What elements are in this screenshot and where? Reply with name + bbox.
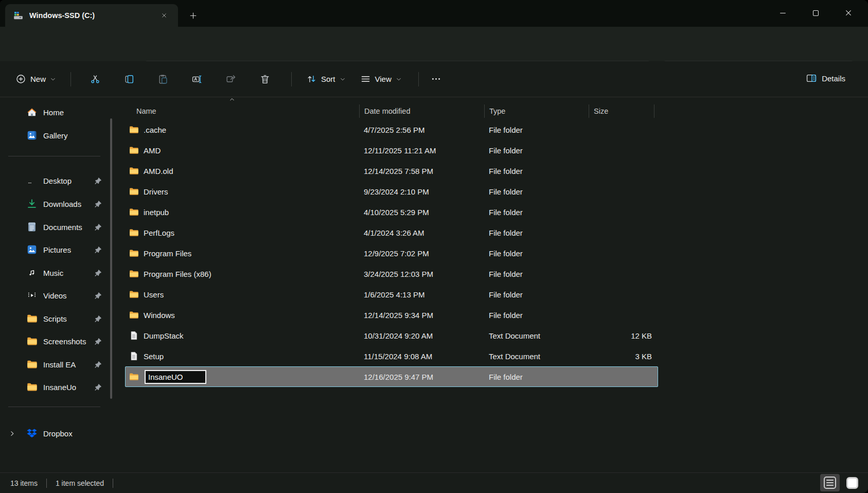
- table-row[interactable]: Users 1/6/2025 4:13 PM File folder: [125, 284, 658, 305]
- cut-button[interactable]: [84, 68, 106, 90]
- file-type: Text Document: [484, 331, 589, 340]
- sidebar-item-music[interactable]: Music: [0, 261, 113, 284]
- pin-icon[interactable]: [94, 177, 102, 185]
- file-date: 12/14/2025 7:58 PM: [359, 167, 484, 175]
- pin-icon[interactable]: [94, 360, 102, 369]
- table-row[interactable]: DumpStack 10/31/2024 9:20 AM Text Docume…: [125, 325, 658, 346]
- sidebar-item-screenshots[interactable]: Screenshots: [0, 330, 113, 353]
- file-type: File folder: [484, 249, 589, 258]
- column-header-type[interactable]: Type: [484, 104, 589, 118]
- table-row[interactable]: Program Files (x86) 3/24/2025 12:03 PM F…: [125, 263, 658, 284]
- pin-icon[interactable]: [94, 200, 102, 208]
- share-button[interactable]: [220, 68, 242, 90]
- delete-button[interactable]: [254, 68, 276, 90]
- close-button[interactable]: [832, 0, 865, 26]
- pin-icon[interactable]: [94, 314, 102, 323]
- file-date: 1/6/2025 4:13 PM: [359, 290, 484, 299]
- sort-button[interactable]: Sort: [301, 69, 351, 89]
- column-header-name[interactable]: Name: [125, 104, 359, 118]
- file-date: 12/14/2025 9:34 PM: [359, 311, 484, 320]
- details-view-toggle[interactable]: [820, 474, 840, 491]
- sidebar-item-documents[interactable]: Documents: [0, 216, 113, 238]
- cut-icon: [90, 74, 101, 85]
- folder-icon: [129, 207, 139, 217]
- sidebar-item-insaneuo[interactable]: InsaneUo: [0, 376, 113, 398]
- pin-icon[interactable]: [94, 223, 102, 232]
- table-row-selected[interactable]: 12/16/2025 9:47 PM File folder: [125, 366, 658, 387]
- rename-input[interactable]: [145, 370, 206, 384]
- pin-icon[interactable]: [94, 337, 102, 346]
- column-header-date-modified[interactable]: Date modified: [359, 104, 484, 118]
- more-dots-icon: [431, 74, 441, 84]
- new-tab-button[interactable]: [186, 9, 200, 22]
- file-size: 3 KB: [589, 352, 654, 361]
- folder-icon: [26, 313, 38, 324]
- sidebar-item-pictures[interactable]: Pictures: [0, 238, 113, 261]
- sidebar-scrollbar[interactable]: [110, 118, 112, 399]
- details-list-icon: [824, 477, 836, 489]
- file-date: 11/15/2024 9:08 AM: [359, 352, 484, 361]
- chevron-right-icon[interactable]: [8, 430, 16, 437]
- pin-icon[interactable]: [94, 269, 102, 277]
- file-rows: .cache 4/7/2025 2:56 PM File folder AMD …: [118, 119, 658, 387]
- table-row[interactable]: Drivers 9/23/2024 2:10 PM File folder: [125, 181, 658, 202]
- folder-icon: [129, 166, 139, 176]
- sidebar-item-label: Videos: [43, 291, 94, 300]
- sidebar-item-home[interactable]: Home: [0, 101, 113, 124]
- column-header-size[interactable]: Size: [589, 104, 654, 118]
- table-row[interactable]: inetpub 4/10/2025 5:29 PM File folder: [125, 202, 658, 222]
- file-name: DumpStack: [144, 331, 184, 340]
- pin-icon[interactable]: [94, 245, 102, 254]
- file-type: File folder: [484, 167, 589, 175]
- sidebar-item-gallery[interactable]: Gallery: [0, 124, 113, 147]
- pin-icon[interactable]: [94, 291, 102, 300]
- file-type: File folder: [484, 146, 589, 155]
- table-row[interactable]: Windows 12/14/2025 9:34 PM File folder: [125, 305, 658, 325]
- new-button[interactable]: New: [10, 69, 61, 89]
- table-row[interactable]: Program Files 12/9/2025 7:02 PM File fol…: [125, 243, 658, 263]
- copy-button[interactable]: [118, 68, 140, 90]
- table-row[interactable]: AMD.old 12/14/2025 7:58 PM File folder: [125, 161, 658, 181]
- explorer-tab[interactable]: Windows-SSD (C:): [5, 4, 178, 27]
- documents-icon: [26, 221, 38, 233]
- sidebar-item-label: Documents: [43, 223, 94, 232]
- sidebar-item-downloads[interactable]: Downloads: [0, 192, 113, 215]
- table-row[interactable]: .cache 4/7/2025 2:56 PM File folder: [125, 119, 658, 140]
- more-options-button[interactable]: [426, 69, 447, 90]
- sidebar-item-desktop[interactable]: Desktop: [0, 169, 113, 192]
- folder-icon: [129, 227, 139, 238]
- sidebar-item-scripts[interactable]: Scripts: [0, 307, 113, 330]
- folder-icon: [129, 372, 139, 382]
- file-date: 9/23/2024 2:10 PM: [359, 187, 484, 196]
- large-thumbnail-icon: [846, 477, 858, 489]
- file-name: Program Files (x86): [144, 270, 211, 278]
- pin-icon[interactable]: [94, 383, 102, 392]
- table-row[interactable]: Setup 11/15/2024 9:08 AM Text Document 3…: [125, 346, 658, 366]
- thumbnail-view-toggle[interactable]: [842, 474, 862, 491]
- sidebar-item-install-ea[interactable]: Install EA: [0, 353, 113, 376]
- table-row[interactable]: PerfLogs 4/1/2024 3:26 AM File folder: [125, 222, 658, 243]
- minimize-button[interactable]: [766, 0, 799, 26]
- tab-close-button[interactable]: [157, 9, 171, 22]
- maximize-button[interactable]: [799, 0, 832, 26]
- sidebar-item-dropbox[interactable]: Dropbox: [0, 422, 113, 445]
- music-icon: [26, 267, 38, 278]
- sidebar-item-label: Downloads: [43, 200, 94, 208]
- sidebar-item-videos[interactable]: Videos: [0, 284, 113, 307]
- details-pane-button[interactable]: Details: [801, 68, 851, 88]
- file-size: 12 KB: [589, 331, 654, 340]
- sort-arrows-icon: [306, 74, 317, 84]
- view-button[interactable]: View: [355, 69, 407, 89]
- sidebar-item-label: Music: [43, 269, 94, 277]
- paste-button[interactable]: [152, 68, 174, 90]
- toolbar-divider: [70, 72, 71, 86]
- share-icon: [225, 74, 237, 85]
- file-date: 4/1/2024 3:26 AM: [359, 228, 484, 237]
- table-row[interactable]: AMD 12/11/2025 11:21 AM File folder: [125, 140, 658, 161]
- status-bar: 13 items 1 item selected: [0, 472, 868, 493]
- rename-button[interactable]: [186, 68, 208, 90]
- file-type: File folder: [484, 311, 589, 320]
- sidebar: Home Gallery Desktop Downloads Documents…: [0, 98, 113, 472]
- details-button-label: Details: [822, 74, 845, 83]
- file-type: File folder: [484, 187, 589, 196]
